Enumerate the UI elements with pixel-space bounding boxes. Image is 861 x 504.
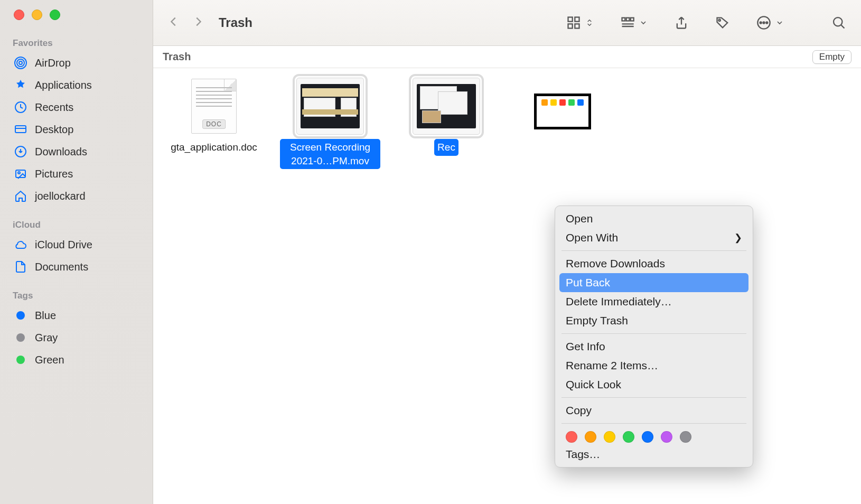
sidebar-item-icloud-drive[interactable]: iCloud Drive — [0, 234, 153, 256]
menu-tag-colors — [555, 427, 753, 445]
sidebar-item-label: Downloads — [35, 146, 87, 158]
sidebar-item-home[interactable]: joellockard — [0, 185, 153, 207]
group-by-icon[interactable] — [620, 15, 635, 30]
file-item[interactable]: DOC gta_application.doc — [164, 78, 264, 156]
menu-item-label: Delete Immediately… — [566, 295, 672, 308]
view-icon-grid-icon[interactable] — [566, 15, 581, 30]
sidebar-item-desktop[interactable]: Desktop — [0, 118, 153, 141]
svg-point-1 — [17, 59, 24, 67]
tag-color-orange[interactable] — [585, 431, 596, 443]
more-icon[interactable] — [756, 15, 771, 30]
sidebar-item-downloads[interactable]: Downloads — [0, 141, 153, 163]
sidebar-item-label: Green — [35, 354, 64, 366]
file-item[interactable]: Screen Recording 2021-0…PM.mov — [280, 78, 380, 169]
sidebar-icloud-list: iCloud Drive Documents — [0, 234, 153, 278]
file-name-label: gta_application.doc — [167, 139, 260, 156]
back-button[interactable] — [168, 14, 180, 32]
applications-icon — [14, 78, 27, 92]
menu-item-quick-look[interactable]: Quick Look — [555, 375, 753, 394]
tag-color-red[interactable] — [566, 431, 577, 443]
minimize-window-button[interactable] — [32, 10, 42, 20]
tag-color-green[interactable] — [623, 431, 634, 443]
menu-item-put-back[interactable]: Put Back — [559, 273, 748, 292]
sidebar-item-applications[interactable]: Applications — [0, 74, 153, 96]
chevron-updown-icon[interactable] — [585, 17, 594, 28]
sidebar-item-label: AirDrop — [35, 57, 71, 69]
file-thumbnail[interactable] — [296, 78, 364, 135]
sidebar-tag-blue[interactable]: Blue — [0, 304, 153, 326]
tag-dot-icon — [14, 331, 27, 344]
close-window-button[interactable] — [14, 10, 24, 20]
sidebar-tags-list: Blue Gray Green — [0, 304, 153, 371]
location-text: Trash — [163, 51, 191, 63]
file-name-label: Rec — [434, 139, 458, 156]
sidebar-item-label: Gray — [35, 332, 58, 344]
svg-rect-12 — [622, 18, 625, 21]
menu-item-open[interactable]: Open — [555, 209, 753, 228]
file-thumbnail[interactable] — [413, 78, 480, 135]
tag-icon[interactable] — [715, 15, 730, 30]
tag-dot-icon — [14, 309, 27, 322]
menu-item-label: Get Info — [566, 340, 605, 353]
doc-icon: DOC — [191, 79, 237, 134]
tag-color-purple[interactable] — [661, 431, 672, 443]
chevron-down-icon[interactable] — [775, 18, 784, 27]
menu-item-remove-downloads[interactable]: Remove Downloads — [555, 254, 753, 273]
menu-item-label: Empty Trash — [566, 314, 628, 327]
sidebar-item-recents[interactable]: Recents — [0, 96, 153, 118]
sidebar-item-label: Desktop — [35, 124, 73, 136]
toolbar: Trash — [153, 0, 861, 46]
empty-trash-button[interactable]: Empty — [812, 50, 851, 64]
search-icon[interactable] — [831, 15, 846, 30]
tag-color-gray[interactable] — [680, 431, 691, 443]
menu-separator — [561, 397, 746, 398]
file-item[interactable]: Rec — [396, 78, 497, 156]
svg-point-18 — [763, 22, 764, 23]
tag-dot-icon — [14, 353, 27, 367]
sidebar-tag-green[interactable]: Green — [0, 349, 153, 371]
menu-item-rename[interactable]: Rename 2 Items… — [555, 356, 753, 375]
sidebar-item-airdrop[interactable]: AirDrop — [0, 52, 153, 74]
file-thumbnail[interactable]: DOC — [180, 78, 248, 135]
chevron-right-icon: ❯ — [734, 232, 742, 244]
tag-color-blue[interactable] — [642, 431, 653, 443]
cloud-icon — [14, 238, 27, 251]
sidebar-tag-gray[interactable]: Gray — [0, 326, 153, 349]
svg-rect-14 — [631, 18, 634, 21]
sidebar-favorites-list: AirDrop Applications Recents Desktop Dow… — [0, 52, 153, 207]
svg-point-17 — [760, 22, 762, 23]
share-icon[interactable] — [674, 15, 689, 30]
file-thumbnail[interactable] — [534, 94, 591, 129]
menu-separator — [561, 333, 746, 334]
menu-item-label: Rename 2 Items… — [566, 359, 658, 372]
menu-item-empty-trash[interactable]: Empty Trash — [555, 311, 753, 330]
window-title: Trash — [219, 15, 252, 30]
sidebar-section-icloud-header: iCloud — [0, 217, 153, 234]
main-area: Trash — [153, 0, 861, 504]
sidebar-item-documents[interactable]: Documents — [0, 256, 153, 278]
menu-item-delete-immediately[interactable]: Delete Immediately… — [555, 292, 753, 311]
menu-item-get-info[interactable]: Get Info — [555, 337, 753, 356]
chevron-down-icon[interactable] — [639, 18, 648, 27]
svg-rect-9 — [575, 17, 579, 22]
svg-point-15 — [718, 20, 720, 22]
file-grid[interactable]: DOC gta_application.doc Screen Recording… — [153, 68, 861, 504]
menu-item-tags[interactable]: Tags… — [555, 445, 753, 464]
svg-rect-10 — [568, 24, 573, 28]
sidebar-item-label: iCloud Drive — [35, 239, 92, 251]
fullscreen-window-button[interactable] — [50, 10, 60, 20]
svg-point-7 — [18, 172, 20, 174]
menu-item-copy[interactable]: Copy — [555, 401, 753, 420]
sidebar-item-pictures[interactable]: Pictures — [0, 163, 153, 185]
document-icon — [14, 260, 27, 274]
downloads-icon — [14, 145, 27, 158]
toolbar-right — [566, 15, 846, 30]
tag-color-yellow[interactable] — [604, 431, 615, 443]
svg-rect-8 — [568, 17, 573, 22]
menu-item-open-with[interactable]: Open With ❯ — [555, 228, 753, 247]
forward-button[interactable] — [192, 14, 204, 32]
menu-item-label: Open With — [566, 231, 618, 244]
file-name-label: Screen Recording 2021-0…PM.mov — [280, 139, 380, 169]
svg-rect-4 — [15, 126, 26, 133]
file-item[interactable] — [512, 94, 613, 129]
